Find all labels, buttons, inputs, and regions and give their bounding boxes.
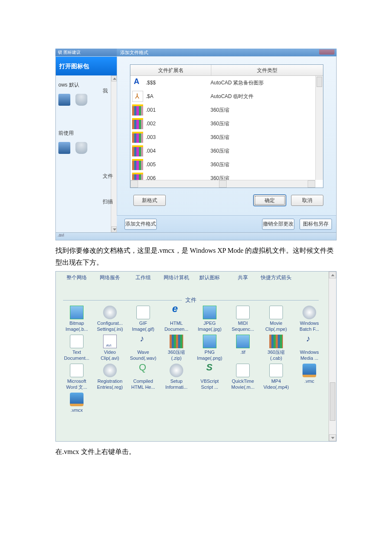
table-row[interactable]: .002360压缩 <box>130 117 315 130</box>
list-item[interactable]: .tif <box>226 335 259 361</box>
ows-default[interactable]: ows 默认 <box>56 75 117 89</box>
list-item[interactable]: MovieClip(.mpe) <box>259 306 293 332</box>
table-row[interactable]: .001360压缩 <box>130 103 315 117</box>
recyclebin-icon[interactable] <box>75 94 87 106</box>
list-item[interactable]: QuickTimeMovie(.m... <box>226 364 259 390</box>
filetype-icon <box>136 335 150 348</box>
list-item[interactable]: TextDocument... <box>60 335 93 361</box>
category-item[interactable]: 网络服务 <box>93 274 127 281</box>
list-vscrollbar[interactable] <box>315 76 323 180</box>
list-item[interactable]: Configurat...Settings(.ini) <box>93 306 127 332</box>
item-sublabel: Informati... <box>160 384 193 390</box>
ext-cell: .005 <box>146 162 210 168</box>
item-sublabel: Entries(.reg) <box>93 384 127 390</box>
list-item[interactable]: HTMLDocumen... <box>160 306 193 332</box>
scroll-left-icon[interactable] <box>130 180 138 188</box>
item-sublabel: Clip(.mpe) <box>259 326 293 332</box>
ext-cell: .$A <box>146 93 210 99</box>
table-row[interactable]: .$AAutoCAD 临时文件 <box>130 90 315 103</box>
col-type[interactable]: 文件类型 <box>211 65 323 75</box>
list-item[interactable]: WaveSound(.wav) <box>127 335 160 361</box>
filetype-icon <box>132 118 143 129</box>
filetype-icon <box>170 306 183 319</box>
category-item[interactable]: 网络计算机 <box>160 274 193 281</box>
close-icon[interactable] <box>319 49 334 55</box>
list-hscrollbar[interactable] <box>130 180 315 188</box>
filetype-icon <box>303 306 316 319</box>
category-item[interactable]: 工作组 <box>127 274 160 281</box>
list-item[interactable]: SetupInformati... <box>160 364 193 390</box>
list-item[interactable]: RegistrationEntries(.reg) <box>93 364 127 390</box>
filetype-grid: BitmapImage(.b...Configurat...Settings(.… <box>60 306 326 416</box>
ext-cell: .002 <box>146 121 210 127</box>
category-item[interactable]: 整个网络 <box>60 274 93 281</box>
open-icon-pack[interactable]: 打开图标包 <box>56 57 117 75</box>
item-label: .vmcx <box>60 407 93 413</box>
table-row[interactable]: .004360压缩 <box>130 144 315 158</box>
item-label: QuickTime <box>226 378 259 384</box>
filetype-icon <box>236 364 250 377</box>
list-item[interactable]: CompiledHTML He... <box>127 364 160 390</box>
table-row[interactable]: .005360压缩 <box>130 158 315 171</box>
list-item[interactable]: WindowsBatch F... <box>293 306 326 332</box>
item-sublabel: Image(.b... <box>60 326 93 332</box>
list-item[interactable]: BitmapImage(.b... <box>60 306 93 332</box>
category-item[interactable]: 默认图标 <box>193 274 226 281</box>
item-sublabel: Script ... <box>193 384 226 390</box>
filetype-icon <box>132 145 143 156</box>
list-item[interactable]: 360压缩(.cab) <box>259 335 293 361</box>
scroll-thumb[interactable] <box>317 77 322 87</box>
item-label: MP4 <box>259 378 293 384</box>
table-row[interactable]: .003360压缩 <box>130 130 315 144</box>
filetype-icon <box>136 306 150 319</box>
item-sublabel: Settings(.ini) <box>93 326 127 332</box>
filetype-icon <box>269 364 283 377</box>
recyclebin-icon[interactable] <box>75 142 87 154</box>
category-item[interactable]: 快捷方式箭头 <box>259 274 293 281</box>
table-row[interactable]: .$$$AutoCAD 紧急备份图形 <box>130 76 315 90</box>
filetype-list[interactable]: 文件扩展名 文件类型 .$$$AutoCAD 紧急备份图形.$AAutoCAD … <box>130 64 323 188</box>
scroll-up-icon[interactable] <box>329 272 336 278</box>
filetype-icon <box>203 335 216 348</box>
scroll-grip-icon[interactable] <box>219 180 227 188</box>
status-bar: .avi <box>55 233 337 240</box>
desktop-icon[interactable] <box>58 94 70 106</box>
item-label: .vmc <box>293 378 326 384</box>
list-item[interactable]: VBScriptScript ... <box>193 364 226 390</box>
ext-cell: .$$$ <box>146 80 210 86</box>
add-format-button[interactable]: 添加文件格式 <box>124 219 157 230</box>
scroll-up-icon[interactable] <box>111 75 117 81</box>
list-item[interactable]: GIFImage(.gif) <box>127 306 160 332</box>
scroll-down-icon[interactable] <box>329 434 336 441</box>
scroll-thumb[interactable] <box>330 382 335 421</box>
list-item[interactable]: WindowsMedia ... <box>293 335 326 361</box>
undo-all-button[interactable]: 撤销全部更改 <box>262 219 294 230</box>
list-item[interactable]: PNGImage(.png) <box>193 335 226 361</box>
scroll-right-icon[interactable] <box>308 180 315 188</box>
ok-button[interactable]: 确定 <box>254 195 286 206</box>
list-item[interactable]: MIDISequenc... <box>226 306 259 332</box>
list-item[interactable]: MP4Video(.mp4) <box>259 364 293 390</box>
table-row[interactable]: .006360压缩 <box>130 171 315 180</box>
list-header: 文件扩展名 文件类型 <box>130 65 323 76</box>
category-item[interactable]: 共享 <box>226 274 259 281</box>
list-item[interactable]: 360压缩(.zip) <box>160 335 193 361</box>
filetype-icon <box>132 132 143 143</box>
cancel-button[interactable]: 取消 <box>291 195 323 206</box>
explorer-scrollbar[interactable] <box>329 272 336 441</box>
filetype-icon <box>103 335 117 348</box>
item-sublabel: Image(.gif) <box>127 326 160 332</box>
desktop-icon[interactable] <box>58 142 70 154</box>
new-format-button[interactable]: 新格式 <box>133 195 166 206</box>
list-item[interactable]: MicrosoftWord 文... <box>60 364 93 390</box>
col-ext[interactable]: 文件扩展名 <box>130 65 211 75</box>
list-item[interactable]: VideoClip(.avi) <box>93 335 127 361</box>
save-pack-button[interactable]: 图标包另存 <box>300 219 332 230</box>
ext-cell: .004 <box>146 148 210 154</box>
list-item[interactable]: JPEGImage(.jpg) <box>193 306 226 332</box>
category-item[interactable] <box>293 274 326 281</box>
list-item[interactable]: .vmcx <box>60 393 93 413</box>
type-cell: AutoCAD 临时文件 <box>210 93 315 100</box>
list-item[interactable]: .vmc <box>293 364 326 390</box>
mid-label: 文件 <box>103 173 115 198</box>
